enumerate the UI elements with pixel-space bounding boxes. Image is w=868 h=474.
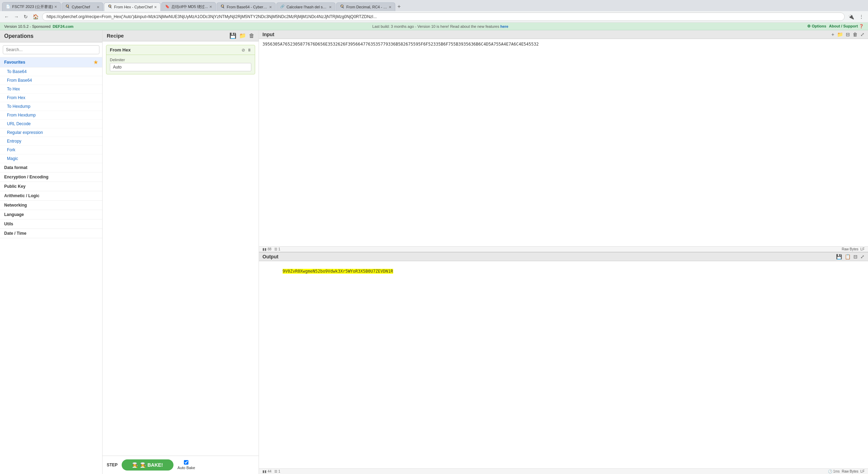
reload-button[interactable]: ↻ xyxy=(22,13,29,21)
sidebar-title: Operations xyxy=(0,30,102,42)
options-link[interactable]: ⚙ Options xyxy=(807,24,826,29)
address-bar[interactable] xyxy=(42,13,845,21)
output-stats: ▮▮ 44 ☰ 1 xyxy=(262,469,280,473)
close-tab-icon[interactable]: ✕ xyxy=(97,5,99,9)
bake-button[interactable]: 🧑‍🍳 🧑‍🍳 BAKE! xyxy=(122,459,173,471)
input-header: Input + 📁 ⊟ 🗑 ⤢ xyxy=(259,30,868,39)
sidebar-item-magic[interactable]: Magic xyxy=(0,154,102,163)
sidebar-item-url-decode[interactable]: URL Decode xyxy=(0,120,102,128)
sidebar: Operations Favourites ★ To Base64From Ba… xyxy=(0,30,103,474)
sidebar-item-from-hex[interactable]: From Hex xyxy=(0,94,102,102)
input-add-button[interactable]: + xyxy=(832,32,834,37)
sidebar-item-from-base64[interactable]: From Base64 xyxy=(0,76,102,85)
sidebar-item-entropy[interactable]: Entropy xyxy=(0,137,102,146)
output-actions: 🕐 1ms Raw Bytes LF xyxy=(828,469,865,473)
browser-tab-tab6[interactable]: 🔗Calcolare l'hash del segr...✕ xyxy=(276,2,335,11)
pause-operation-button[interactable]: ⏸ xyxy=(247,48,251,53)
tab-label: FSCTF 2023 (公开赛道) xyxy=(12,4,53,9)
extensions-button[interactable]: 🔌 xyxy=(847,13,855,21)
version-text: Version 10.5.2 - Sponsored DEF24.com xyxy=(4,24,73,29)
search-input[interactable] xyxy=(3,45,99,54)
tab-label: From Decimal, RC4 - Cybe... xyxy=(346,5,387,9)
sidebar-item-regular-expression[interactable]: Regular expression xyxy=(0,128,102,137)
input-actions: Raw Bytes LF xyxy=(842,247,865,251)
input-clear-button[interactable]: 🗑 xyxy=(853,32,858,37)
output-lf-label[interactable]: LF xyxy=(860,469,865,473)
sponsor-bar: Version 10.5.2 - Sponsored DEF24.com Las… xyxy=(0,23,868,30)
sidebar-section-data-format[interactable]: Data format xyxy=(0,163,102,172)
recipe-toolbar: 💾 📁 🗑 xyxy=(229,32,254,39)
disable-operation-button[interactable]: ⊘ xyxy=(242,48,245,53)
tab-favicon: 🔖 xyxy=(165,5,170,9)
load-recipe-button[interactable]: 📁 xyxy=(239,32,246,39)
browser-tab-tab2[interactable]: 🍳CyberChef✕ xyxy=(62,2,103,11)
input-section: Input + 📁 ⊟ 🗑 ⤢ 3956305A7652305877676D65… xyxy=(259,30,868,252)
output-value: 9V0ZvR0XwgmeN52bo9Vdwk3Xr5WYoR3X5B0U7ZEV… xyxy=(283,269,393,274)
tab-label: Calcolare l'hash del segr... xyxy=(286,5,327,9)
sidebar-section-public-key[interactable]: Public Key xyxy=(0,182,102,191)
sidebar-item-to-hexdump[interactable]: To Hexdump xyxy=(0,102,102,111)
lf-label[interactable]: LF xyxy=(860,247,865,251)
close-tab-icon[interactable]: ✕ xyxy=(154,5,157,9)
star-icon: ★ xyxy=(94,59,98,65)
clear-recipe-button[interactable]: 🗑 xyxy=(249,32,254,39)
input-load-button[interactable]: 📁 xyxy=(837,32,843,37)
output-time: 🕐 1ms xyxy=(828,469,840,473)
about-support-link[interactable]: About / Support ❓ xyxy=(829,24,864,29)
sidebar-section-networking[interactable]: Networking xyxy=(0,201,102,210)
browser-tab-tab4[interactable]: 🔖总结ctf中 MD5 绕过...✕ xyxy=(161,2,216,11)
io-panel: Input + 📁 ⊟ 🗑 ⤢ 3956305A7652305877676D65… xyxy=(259,30,868,474)
home-button[interactable]: 🏠 xyxy=(31,13,40,21)
auto-bake-checkbox[interactable] xyxy=(184,460,188,465)
here-link[interactable]: here xyxy=(500,24,508,29)
favourites-header[interactable]: Favourites ★ xyxy=(0,57,102,67)
tab-label: From Hex - CyberChef xyxy=(114,5,153,9)
sidebar-section-language[interactable]: Language xyxy=(0,210,102,219)
output-raw-bytes-label[interactable]: Raw Bytes xyxy=(842,469,859,473)
browser-tab-tab3[interactable]: 🍳From Hex - CyberChef✕ xyxy=(104,2,161,11)
raw-bytes-label[interactable]: Raw Bytes xyxy=(842,247,859,251)
close-tab-icon[interactable]: ✕ xyxy=(389,5,391,9)
input-minimize-button[interactable]: ⊟ xyxy=(846,32,850,37)
sidebar-item-fork[interactable]: Fork xyxy=(0,146,102,154)
bake-bar: STEP 🧑‍🍳 🧑‍🍳 BAKE! Auto Bake xyxy=(103,456,259,474)
output-expand-button[interactable]: ⤢ xyxy=(860,254,865,259)
close-tab-icon[interactable]: ✕ xyxy=(209,5,212,9)
forward-button[interactable]: → xyxy=(13,13,20,21)
delimiter-input[interactable] xyxy=(110,63,251,71)
menu-button[interactable]: ⋮ xyxy=(858,13,865,21)
input-statusbar: ▮▮ 88 ☰ 1 Raw Bytes LF xyxy=(259,246,868,252)
recipe-card-body: Delimiter xyxy=(106,55,255,74)
tab-label: CyberChef xyxy=(72,5,95,9)
sidebar-list: Favourites ★ To Base64From Base64To HexF… xyxy=(0,57,102,474)
output-copy-button[interactable]: 📋 xyxy=(845,254,851,259)
sidebar-item-from-hexdump[interactable]: From Hexdump xyxy=(0,111,102,120)
close-tab-icon[interactable]: ✕ xyxy=(329,5,332,9)
output-minimize-button[interactable]: ⊟ xyxy=(853,254,858,259)
output-title: Output xyxy=(262,254,278,259)
browser-tab-tab1[interactable]: 📄FSCTF 2023 (公开赛道)✕ xyxy=(2,2,61,11)
sidebar-section-utils[interactable]: Utils xyxy=(0,219,102,229)
sidebar-item-to-hex[interactable]: To Hex xyxy=(0,85,102,94)
tab-label: From Base64 - CyberChef xyxy=(227,5,268,9)
close-tab-icon[interactable]: ✕ xyxy=(269,5,272,9)
close-tab-icon[interactable]: ✕ xyxy=(54,5,57,9)
sidebar-section-date--time[interactable]: Date / Time xyxy=(0,229,102,238)
input-stats: ▮▮ 88 ☰ 1 xyxy=(262,247,280,251)
browser-tab-tab5[interactable]: 🍳From Base64 - CyberChef✕ xyxy=(217,2,276,11)
input-textarea[interactable]: 3956305A7652305877676D656E3532626F395664… xyxy=(259,39,868,246)
build-info: Last build: 3 months ago - Version 10 is… xyxy=(372,24,508,29)
sidebar-item-to-base64[interactable]: To Base64 xyxy=(0,67,102,76)
save-recipe-button[interactable]: 💾 xyxy=(229,32,236,39)
output-section: Output 💾 📋 ⊟ ⤢ 9V0ZvR0XwgmeN52bo9Vdwk3Xr… xyxy=(259,252,868,474)
recipe-card-header: From Hex ⊘ ⏸ xyxy=(106,45,255,55)
sidebar-section-arithmetic--logic[interactable]: Arithmetic / Logic xyxy=(0,191,102,201)
output-save-button[interactable]: 💾 xyxy=(836,254,842,259)
new-tab-button[interactable]: + xyxy=(396,2,402,11)
input-expand-button[interactable]: ⤢ xyxy=(860,32,865,37)
tab-favicon: 🍳 xyxy=(340,5,345,9)
brand-link[interactable]: DEF24.com xyxy=(52,24,73,29)
sidebar-section-encryption--encoding[interactable]: Encryption / Encoding xyxy=(0,172,102,182)
back-button[interactable]: ← xyxy=(3,13,10,21)
browser-tab-tab7[interactable]: 🍳From Decimal, RC4 - Cybe...✕ xyxy=(336,2,395,11)
